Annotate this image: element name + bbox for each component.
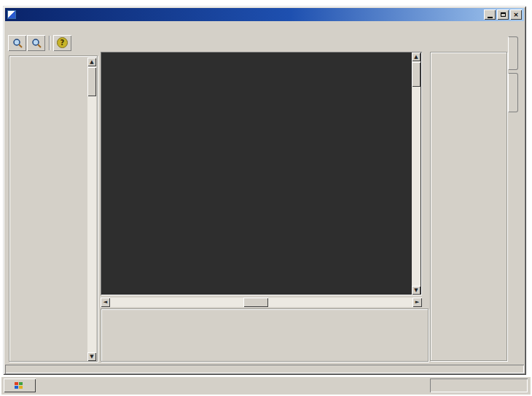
tab-realtime-text[interactable] <box>508 36 518 70</box>
scroll-up-icon[interactable]: ▲ <box>87 58 96 66</box>
chart-plot <box>105 55 405 282</box>
chart-area[interactable]: ▲ ▼ <box>101 52 422 295</box>
scroll-thumb[interactable] <box>87 67 96 96</box>
zoom-in-icon <box>12 38 23 48</box>
toolbar: ? <box>5 34 524 52</box>
app-window: × ? ▲ ▼ <box>3 6 526 375</box>
zoom-out-icon <box>31 38 42 48</box>
scroll-down-icon[interactable]: ▼ <box>87 352 96 361</box>
scroll-left-icon[interactable]: ◄ <box>101 298 110 307</box>
scroll-down-icon[interactable]: ▼ <box>412 286 420 295</box>
restore-icon <box>501 12 506 17</box>
app-icon <box>7 10 16 19</box>
minimize-icon <box>488 17 493 18</box>
help-icon: ? <box>57 37 68 48</box>
indoor-data-panel <box>101 308 429 362</box>
start-button[interactable] <box>4 378 36 392</box>
scroll-thumb[interactable] <box>412 62 420 87</box>
chart-horizontal-scrollbar[interactable]: ◄ ► <box>101 298 422 307</box>
scroll-thumb[interactable] <box>243 298 268 307</box>
titlebar[interactable]: × <box>5 8 524 21</box>
custom-curves-panel <box>430 52 507 361</box>
scroll-right-icon[interactable]: ► <box>412 298 422 307</box>
menubar <box>5 22 524 33</box>
chart-vertical-scrollbar[interactable]: ▲ ▼ <box>412 53 420 295</box>
system-tray <box>430 378 528 392</box>
scroll-up-icon[interactable]: ▲ <box>412 53 420 61</box>
tab-realtime-curve[interactable] <box>508 73 518 112</box>
zoom-out-button[interactable] <box>27 35 45 51</box>
restore-button[interactable] <box>497 9 509 20</box>
minimize-button[interactable] <box>484 9 496 20</box>
close-button[interactable]: × <box>510 9 522 20</box>
windows-logo-icon <box>15 382 23 389</box>
toolbar-separator <box>49 36 50 50</box>
outdoor-data-panel: ▲ ▼ <box>9 55 98 362</box>
sidebar-scrollbar[interactable]: ▲ ▼ <box>87 58 96 361</box>
help-button[interactable]: ? <box>53 35 71 51</box>
zoom-in-button[interactable] <box>8 35 26 51</box>
taskbar <box>1 377 531 395</box>
status-bar <box>5 365 524 373</box>
client-area: ▲ ▼ ▲ ▼ ◄ ► <box>5 52 524 363</box>
